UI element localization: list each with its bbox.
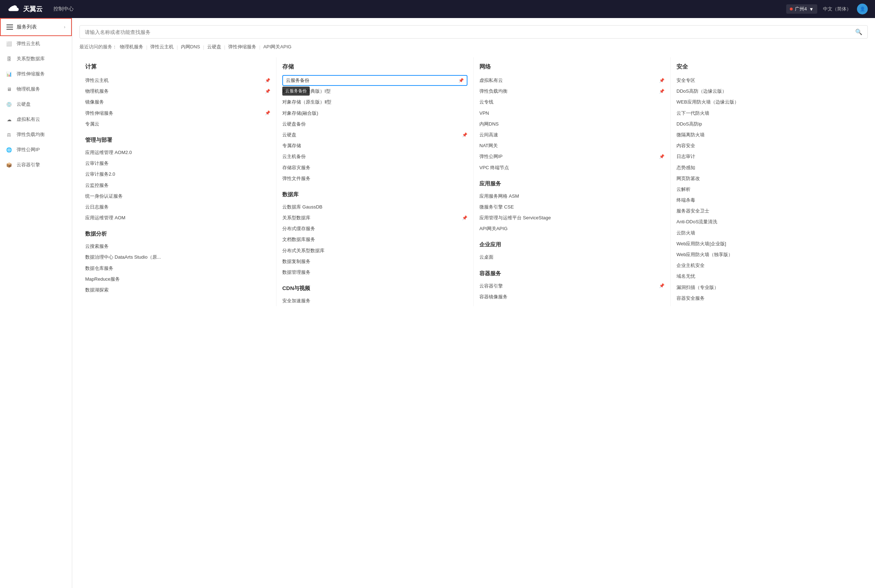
service-waf-dedicated[interactable]: Web应用防火墙（独享版） — [677, 249, 862, 260]
sidebar-item-eip[interactable]: 🌐 弹性公网IP — [0, 142, 72, 157]
recent-item-dns[interactable]: 内网DNS — [181, 44, 200, 50]
service-evs[interactable]: 云硬盘 📌 — [282, 129, 468, 140]
service-domain[interactable]: 域名无忧 — [677, 271, 862, 282]
service-elb[interactable]: 弹性负载均衡 📌 — [480, 86, 665, 97]
sidebar-item-vpc[interactable]: ☁ 虚拟私有云 — [0, 112, 72, 127]
service-dli[interactable]: 数据湖探索 — [85, 285, 271, 296]
service-antivirus[interactable]: 终端杀毒 — [677, 195, 862, 206]
sidebar-item-container[interactable]: 📦 云容器引擎 — [0, 157, 72, 172]
recent-item-disk[interactable]: 云硬盘 — [207, 44, 221, 50]
service-efs[interactable]: 弹性文件服务 — [282, 173, 468, 184]
sidebar-item-cloud-disk[interactable]: 💿 云硬盘 — [0, 97, 72, 112]
service-vm-backup[interactable]: 云主机备份 — [282, 151, 468, 162]
service-dataarts[interactable]: 数据治理中心 DataArts Studio（原... — [85, 252, 271, 262]
service-cloud-fw[interactable]: 云防火墙 — [677, 228, 862, 238]
recent-item-apig[interactable]: API网关APIG — [263, 44, 291, 50]
service-security-zone[interactable]: 安全专区 — [677, 75, 862, 86]
service-vpcep[interactable]: VPC 终端节点 — [480, 162, 665, 173]
service-image[interactable]: 镜像服务 — [85, 97, 271, 108]
sidebar-item-load-balance[interactable]: ⚖ 弹性负载均衡 — [0, 127, 72, 142]
service-aom[interactable]: 应用运维管理 AOM — [85, 213, 271, 223]
sidebar-item-elastic-vm[interactable]: ⬜ 弹性云主机 — [0, 36, 72, 51]
service-cc[interactable]: 云间高速 — [480, 129, 665, 140]
service-iam[interactable]: 统一身份认证服务 — [85, 191, 271, 202]
service-vscan[interactable]: 漏洞扫描（专业版） — [677, 282, 862, 293]
service-dns[interactable]: 云解析 — [677, 184, 862, 195]
service-log[interactable]: 云日志服务 — [85, 202, 271, 213]
service-cce[interactable]: 云容器引擎 📌 — [480, 280, 665, 291]
service-ddos-edge[interactable]: DDoS高防（边缘云版） — [677, 86, 862, 97]
service-sa[interactable]: 态势感知 — [677, 162, 862, 173]
service-cdn[interactable]: 安全加速服务 — [282, 296, 468, 306]
service-vpc[interactable]: 虚拟私有云 📌 — [480, 75, 665, 86]
service-tamper[interactable]: 网页防篡改 — [677, 173, 862, 184]
service-nat[interactable]: NAT网关 — [480, 140, 665, 151]
service-host-security[interactable]: 企业主机安全 — [677, 260, 862, 271]
search-icon[interactable]: 🔍 — [855, 28, 862, 35]
service-monitor[interactable]: 云监控服务 — [85, 180, 271, 191]
service-log-audit[interactable]: 日志审计 — [677, 151, 862, 162]
service-dist-rds[interactable]: 分布式关系型数据库 — [282, 245, 468, 256]
service-dms[interactable]: 数据管理服务 — [282, 267, 468, 278]
service-elastic-vm[interactable]: 弹性云主机 📌 — [85, 75, 271, 86]
header-nav-label: 控制中心 — [53, 6, 74, 12]
service-aom2[interactable]: 应用运维管理 AOM2.0 — [85, 147, 271, 158]
service-cse[interactable]: 微服务引擎 CSE — [480, 202, 665, 213]
service-dds[interactable]: 文档数据库服务 — [282, 234, 468, 245]
service-waf-enterprise[interactable]: Web应用防火墙[企业版] — [677, 238, 862, 249]
data-analysis-title: 数据分析 — [85, 231, 271, 237]
service-ddos-ip[interactable]: DDoS高防ip — [677, 118, 862, 129]
service-mapreduce[interactable]: MapReduce服务 — [85, 274, 271, 285]
service-audit[interactable]: 云审计服务 — [85, 158, 271, 169]
service-obs-native[interactable]: 对象存储（原生版）Ⅱ型 — [282, 97, 468, 108]
language-selector[interactable]: 中文（简体） — [823, 6, 851, 12]
service-rds[interactable]: 关系型数据库 📌 — [282, 213, 468, 223]
recent-item-physical[interactable]: 物理机服务 — [120, 44, 143, 50]
search-input[interactable] — [85, 29, 855, 35]
service-gaussdb[interactable]: 云数据库 GaussDB — [282, 202, 468, 213]
service-audit2[interactable]: 云审计服务2.0 — [85, 169, 271, 180]
service-physical[interactable]: 物理机服务 📌 — [85, 86, 271, 97]
recent-item-elastic-vm[interactable]: 弹性云主机 — [150, 44, 174, 50]
service-auto-scale[interactable]: 弹性伸缩服务 📌 — [85, 108, 271, 118]
sidebar-item-physical[interactable]: 🖥 物理机服务 — [0, 81, 72, 97]
service-drs[interactable]: 数据复制服务 — [282, 256, 468, 267]
network-title: 网络 — [480, 63, 665, 71]
sidebar-header[interactable]: 服务列表 › — [0, 18, 72, 36]
service-dedicated-storage[interactable]: 专属存储 — [282, 140, 468, 151]
service-swr[interactable]: 容器镜像服务 — [480, 291, 665, 302]
service-storage-dr[interactable]: 存储容灾服务 — [282, 162, 468, 173]
service-servicestage[interactable]: 应用管理与运维平台 ServiceStage — [480, 213, 665, 223]
service-dc[interactable]: 云专线 — [480, 97, 665, 108]
app-services-title: 应用服务 — [480, 180, 665, 187]
sidebar: 服务列表 › ⬜ 弹性云主机 🗄 关系型数据库 📊 弹性伸缩服务 🖥 物理机服务… — [0, 18, 72, 588]
service-search[interactable]: 云搜索服务 — [85, 241, 271, 252]
service-dws[interactable]: 数据仓库服务 — [85, 263, 271, 274]
service-dcs[interactable]: 分布式缓存服务 — [282, 223, 468, 234]
sidebar-item-rds[interactable]: 🗄 关系型数据库 — [0, 51, 72, 66]
service-waf-edge[interactable]: WEB应用防火墙（边缘云版） — [677, 97, 862, 108]
sidebar-item-auto-scaling[interactable]: 📊 弹性伸缩服务 — [0, 66, 72, 81]
service-cloud-backup[interactable]: 云服务备份 📌 — [282, 75, 468, 86]
service-hss[interactable]: 服务器安全卫士 — [677, 206, 862, 216]
hamburger-icon — [6, 24, 13, 30]
service-disk-backup[interactable]: 云硬盘备份 — [282, 118, 468, 129]
recent-item-scaling[interactable]: 弹性伸缩服务 — [228, 44, 256, 50]
service-intranet-dns[interactable]: 内网DNS — [480, 118, 665, 129]
service-anti-ddos[interactable]: Anti-DDoS流量清洗 — [677, 216, 862, 227]
service-apig[interactable]: API网关APIG — [480, 223, 665, 234]
service-asm[interactable]: 应用服务网格 ASM — [480, 191, 665, 202]
service-dedicated-cloud[interactable]: 专属云 — [85, 118, 271, 129]
service-obs-classic[interactable]: 对象存储（经典版）Ⅰ型 — [282, 86, 468, 97]
service-eip[interactable]: 弹性公网IP 📌 — [480, 151, 665, 162]
region-selector[interactable]: 广州4 ▼ — [786, 4, 817, 14]
service-content-security[interactable]: 内容安全 — [677, 140, 862, 151]
service-workspace[interactable]: 云桌面 — [480, 252, 665, 262]
balance-icon: ⚖ — [6, 131, 12, 138]
service-micro-isolation[interactable]: 微隔离防火墙 — [677, 129, 862, 140]
service-container-security[interactable]: 容器安全服务 — [677, 293, 862, 304]
service-vpn[interactable]: VPN — [480, 108, 665, 118]
user-avatar[interactable]: 👤 — [857, 4, 868, 14]
service-ngfw[interactable]: 云下一代防火墙 — [677, 108, 862, 118]
service-obs-fusion[interactable]: 对象存储(融合版) — [282, 108, 468, 118]
